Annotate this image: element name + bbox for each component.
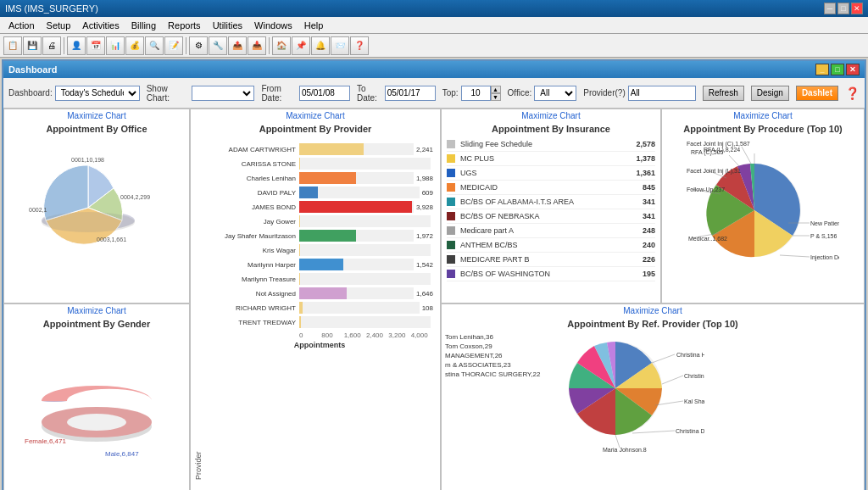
tb-btn-14[interactable]: 🏠 bbox=[272, 36, 291, 55]
top-down-btn[interactable]: ▼ bbox=[491, 93, 501, 101]
tb-btn-9[interactable]: 📝 bbox=[164, 36, 183, 55]
dash-max-btn[interactable]: □ bbox=[831, 64, 844, 75]
provider-group: Provider(?) bbox=[583, 86, 695, 101]
dash-close-btn[interactable]: ✕ bbox=[846, 64, 860, 75]
chart-gender-maximize[interactable]: Maximize Chart bbox=[4, 304, 189, 317]
top-input[interactable] bbox=[461, 86, 491, 101]
svg-line-31 bbox=[652, 354, 675, 363]
svg-text:Follow-Up,237: Follow-Up,237 bbox=[687, 187, 725, 193]
top-up-btn[interactable]: ▲ bbox=[491, 86, 501, 93]
dashboard-grid: Maximize Chart Appointment By Office bbox=[3, 109, 865, 490]
bar-label: Jay Gower bbox=[206, 218, 299, 226]
chart-office-maximize[interactable]: Maximize Chart bbox=[4, 109, 189, 122]
tb-btn-8[interactable]: 🔍 bbox=[145, 36, 164, 55]
tb-btn-2[interactable]: 💾 bbox=[23, 36, 42, 55]
insurance-dot bbox=[447, 140, 455, 148]
design-button[interactable]: Design bbox=[751, 86, 789, 101]
bar-value: 609 bbox=[420, 189, 433, 197]
refresh-button[interactable]: Refresh bbox=[703, 86, 744, 101]
chart-office-pie: 0001,10,198 0004,2,299 0003,1,661 0002,1 bbox=[4, 136, 189, 271]
dashboard-window-controls[interactable]: _ □ ✕ bbox=[815, 64, 860, 75]
menu-billing[interactable]: Billing bbox=[126, 19, 161, 31]
dashlet-button[interactable]: Dashlet bbox=[796, 86, 838, 101]
chart-procedure-maximize[interactable]: Maximize Chart bbox=[662, 109, 864, 122]
tb-btn-4[interactable]: 👤 bbox=[67, 36, 86, 55]
insurance-name: BC/BS OF ALABAMA-I.T.S AREA bbox=[460, 198, 643, 206]
bar-value: 108 bbox=[420, 304, 433, 312]
provider-y-label: Provider bbox=[191, 136, 206, 483]
tb-btn-3[interactable]: 🖨 bbox=[42, 36, 61, 55]
tb-btn-7[interactable]: 💰 bbox=[125, 36, 144, 55]
restore-btn[interactable]: □ bbox=[837, 3, 849, 14]
insurance-row: MEDICARE PART B 226 bbox=[447, 253, 655, 267]
bar-track bbox=[299, 302, 420, 314]
chart-provider-maximize[interactable]: Maximize Chart bbox=[191, 109, 440, 122]
bar-fill bbox=[299, 287, 347, 299]
insurance-name: UGS bbox=[460, 169, 636, 177]
tb-btn-13[interactable]: 📥 bbox=[248, 36, 266, 55]
bar-label: JAMES BOND bbox=[206, 203, 299, 211]
bar-label: DAVID PALY bbox=[206, 189, 299, 197]
insurance-row: MC PLUS 1,378 bbox=[447, 152, 655, 166]
chart-provider-panel: Maximize Chart Appointment By Provider P… bbox=[190, 109, 441, 490]
provider-input[interactable] bbox=[628, 86, 696, 101]
menu-activities[interactable]: Activities bbox=[77, 19, 124, 31]
close-btn[interactable]: ✕ bbox=[851, 3, 863, 14]
insurance-value: 248 bbox=[643, 226, 655, 235]
tb-sep-3 bbox=[269, 37, 270, 54]
office-group: Office: All bbox=[508, 86, 577, 101]
bar-row: CARISSA STONE bbox=[206, 158, 433, 170]
insurance-dot bbox=[447, 198, 455, 206]
show-chart-label: Show Chart: bbox=[147, 84, 190, 103]
menu-windows[interactable]: Windows bbox=[249, 19, 298, 31]
from-date-input[interactable] bbox=[299, 86, 350, 101]
to-date-group: To Date: bbox=[357, 84, 436, 103]
insurance-value: 1,378 bbox=[636, 154, 655, 163]
help-icon[interactable]: ❓ bbox=[845, 86, 860, 100]
tb-btn-11[interactable]: 🔧 bbox=[209, 36, 227, 55]
x-axis: 08001,6002,4003,2004,000 bbox=[299, 331, 433, 339]
ref-row-2: Tom Coxson,29 bbox=[445, 342, 548, 351]
tb-btn-12[interactable]: 📤 bbox=[228, 36, 247, 55]
menu-help[interactable]: Help bbox=[299, 19, 329, 31]
window-controls[interactable]: ─ □ ✕ bbox=[824, 3, 863, 14]
tb-btn-18[interactable]: ❓ bbox=[350, 36, 369, 55]
tb-btn-15[interactable]: 📌 bbox=[292, 36, 310, 55]
tb-btn-10[interactable]: ⚙ bbox=[189, 36, 208, 55]
insurance-row: BC/BS OF WASHINGTON 195 bbox=[447, 267, 655, 281]
show-chart-select[interactable] bbox=[192, 86, 254, 101]
top-spinner[interactable]: ▲ ▼ bbox=[461, 86, 501, 101]
insurance-name: Sliding Fee Schedule bbox=[460, 140, 636, 148]
insurance-value: 226 bbox=[643, 255, 655, 264]
tb-btn-6[interactable]: 📊 bbox=[106, 36, 125, 55]
svg-text:Injection Detailed,: Injection Detailed, bbox=[810, 254, 839, 261]
tb-btn-17[interactable]: 📨 bbox=[331, 36, 349, 55]
chart-insurance-maximize[interactable]: Maximize Chart bbox=[442, 109, 660, 122]
tb-btn-5[interactable]: 📅 bbox=[86, 36, 105, 55]
menu-action[interactable]: Action bbox=[3, 19, 40, 31]
bar-track bbox=[299, 201, 414, 213]
chart-office-title: Appointment By Office bbox=[4, 122, 189, 136]
dashboard-select[interactable]: Today's Schedule bbox=[55, 86, 140, 101]
dashboard-selector-group: Dashboard: Today's Schedule bbox=[8, 86, 140, 101]
dash-min-btn[interactable]: _ bbox=[815, 64, 829, 75]
menu-utilities[interactable]: Utilities bbox=[208, 19, 248, 31]
tb-btn-1[interactable]: 📋 bbox=[3, 36, 22, 55]
chart-ref-maximize[interactable]: Maximize Chart bbox=[442, 304, 864, 317]
tb-btn-16[interactable]: 🔔 bbox=[311, 36, 330, 55]
menu-reports[interactable]: Reports bbox=[163, 19, 206, 31]
office-select[interactable]: All bbox=[534, 86, 576, 101]
insurance-dot bbox=[447, 169, 455, 177]
bar-row: Not Assigned 1,646 bbox=[206, 287, 433, 299]
bar-value: 1,542 bbox=[414, 261, 433, 269]
toolbar: 📋 💾 🖨 👤 📅 📊 💰 🔍 📝 ⚙ 🔧 📤 📥 🏠 📌 🔔 📨 ❓ bbox=[0, 34, 868, 58]
minimize-btn[interactable]: ─ bbox=[824, 3, 836, 14]
insurance-name: ANTHEM BC/BS bbox=[460, 241, 643, 249]
provider-bars: ADAM CARTWRIGHT 2,241 CARISSA STONE Char… bbox=[206, 136, 440, 483]
svg-line-39 bbox=[615, 435, 620, 448]
svg-text:New Patient,182: New Patient,182 bbox=[810, 220, 839, 226]
top-spin-btns[interactable]: ▲ ▼ bbox=[491, 86, 501, 101]
insurance-value: 240 bbox=[643, 241, 655, 249]
menu-setup[interactable]: Setup bbox=[42, 19, 76, 31]
to-date-input[interactable] bbox=[385, 86, 436, 101]
